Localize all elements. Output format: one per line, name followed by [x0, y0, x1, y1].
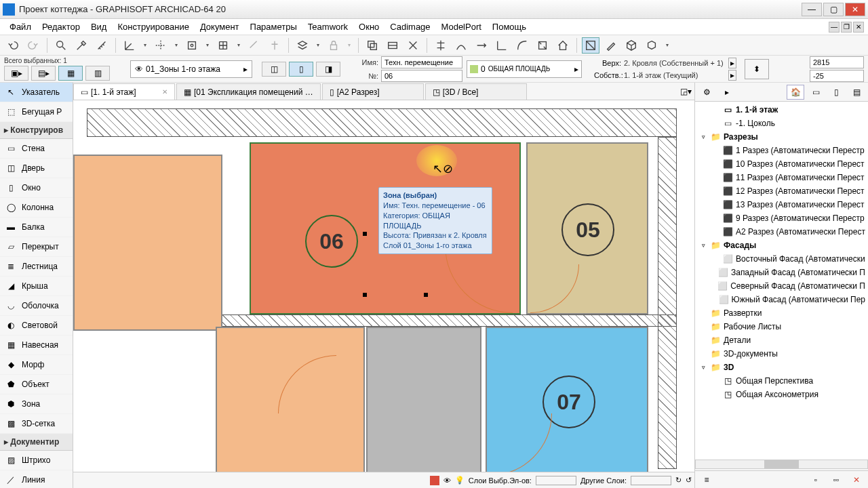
menu-file[interactable]: Файл	[4, 20, 37, 33]
sel-filter-button[interactable]: ▦	[58, 66, 83, 81]
menu-document[interactable]: Документ	[195, 20, 245, 33]
nav-dropdown-button[interactable]: ▸	[718, 85, 736, 100]
menu-help[interactable]: Помощь	[487, 20, 532, 33]
coord-y-input[interactable]	[810, 70, 864, 82]
split-button[interactable]	[452, 37, 470, 54]
tool-curtain[interactable]: ▦Навесная	[0, 336, 73, 355]
nav-new-button[interactable]: ▫	[807, 472, 825, 488]
intersect-button[interactable]	[493, 37, 511, 54]
coord-x-input[interactable]	[810, 56, 864, 68]
trim-button[interactable]	[432, 37, 450, 54]
tab-floor1[interactable]: ▭[1. 1-й этаж]✕	[73, 83, 175, 100]
revert-icon[interactable]: ↺	[686, 476, 692, 485]
mdi-minimize-button[interactable]: —	[829, 22, 840, 33]
nav-settings-button[interactable]: ⚙	[698, 85, 715, 100]
tab-section[interactable]: ▯[А2 Разрез]	[322, 83, 424, 100]
menu-window[interactable]: Окно	[353, 20, 384, 33]
tool-mesh[interactable]: ▩3D-сетка	[0, 414, 73, 434]
tree-item[interactable]: ⬜Западный Фасад (Автоматически П	[695, 266, 868, 279]
category-dropdown[interactable]: 0 ОБЩАЯ ПЛОЩАДЬ ▸	[467, 60, 582, 78]
tool-line[interactable]: ／Линия	[0, 470, 73, 488]
tool-fill[interactable]: ▨Штрихо	[0, 451, 73, 470]
tree-item[interactable]: ⬜Южный Фасад (Автоматически Пер	[695, 293, 868, 306]
edit-selection-button[interactable]	[602, 37, 620, 54]
suspend-button[interactable]	[404, 37, 422, 54]
tab-close-button[interactable]: ✕	[162, 88, 167, 96]
nav-del-button[interactable]: ✕	[848, 472, 865, 488]
redo-button[interactable]	[24, 37, 42, 54]
tree-h-scrollbar[interactable]	[695, 460, 868, 469]
menu-options[interactable]: Параметры	[245, 20, 302, 33]
tool-shell[interactable]: ◡Оболочка	[0, 296, 73, 316]
menu-edit[interactable]: Редактор	[37, 20, 85, 33]
tree-item[interactable]: ▭-1. Цоколь	[695, 117, 868, 130]
tool-object[interactable]: ⬟Объект	[0, 375, 73, 394]
tree-item[interactable]: ⬛10 Разрез (Автоматически Перест	[695, 157, 868, 171]
pick-button[interactable]	[73, 37, 90, 54]
tool-window[interactable]: ▯Окно	[0, 178, 73, 198]
nav-prop-button[interactable]: ≡	[698, 472, 715, 488]
tree-item[interactable]: 📁Рабочие Листы	[695, 320, 868, 333]
tree-item[interactable]: ⬛1 Разрез (Автоматически Перестр	[695, 144, 868, 157]
tool-skylight[interactable]: ◐Световой	[0, 316, 73, 336]
tree-item[interactable]: ◳Общая Перспектива	[695, 374, 868, 388]
snap-button[interactable]	[183, 37, 201, 54]
tool-column[interactable]: ◯Колонна	[0, 198, 73, 218]
close-quick-icon[interactable]	[430, 476, 439, 485]
tree-item[interactable]: ⬛12 Разрез (Автоматически Перест	[695, 184, 868, 198]
layer-dropdown[interactable]: 👁 01_Зоны 1-го этажа ▸	[130, 60, 252, 78]
floor-link-icon[interactable]: ⬍	[745, 59, 769, 79]
tool-arrow[interactable]: ↖Указатель	[0, 83, 73, 102]
find-select-button[interactable]	[52, 37, 70, 54]
tree-item[interactable]: ▿📁Фасады	[695, 239, 868, 252]
minimize-button[interactable]: —	[802, 3, 822, 16]
tab-3d[interactable]: ◳[3D / Все]	[425, 83, 527, 100]
trace-button[interactable]	[363, 37, 381, 54]
tree-item[interactable]: ⬛11 Разрез (Автоматически Перест	[695, 171, 868, 184]
floor-own-picker[interactable]: ▸	[728, 70, 736, 81]
geometry-method-1[interactable]: ◫	[262, 62, 286, 77]
show-3d-button[interactable]	[643, 37, 660, 54]
tree-item[interactable]: 📁3D-документы	[695, 347, 868, 361]
expand-icon[interactable]: ▿	[699, 242, 707, 249]
home-button[interactable]	[554, 37, 572, 54]
undo-button[interactable]	[4, 37, 22, 54]
grid-button[interactable]	[214, 37, 232, 54]
expand-icon[interactable]: ▿	[699, 134, 707, 140]
nav-dup-button[interactable]: ▫▫	[827, 472, 845, 488]
tool-stair[interactable]: ≣Лестница	[0, 257, 73, 277]
tree-item[interactable]: ⬜Восточный Фасад (Автоматически	[695, 252, 868, 266]
menu-teamwork[interactable]: Teamwork	[302, 20, 353, 33]
tree-item[interactable]: ◳Общая Аксонометрия	[695, 388, 868, 401]
bulb-icon[interactable]: 💡	[455, 476, 465, 485]
coord-mode-button[interactable]	[121, 37, 138, 54]
tool-morph[interactable]: ◆Морф	[0, 355, 73, 375]
align-button[interactable]	[266, 37, 283, 54]
sel-preset-button[interactable]: ▥	[85, 66, 110, 81]
nav-tab-views[interactable]: ▭	[807, 85, 825, 100]
tree-item[interactable]: 📁Развертки	[695, 306, 868, 320]
sel-layers-swatch[interactable]	[536, 476, 576, 485]
floor-up-picker[interactable]: ▸	[728, 58, 736, 68]
tool-door[interactable]: ◫Дверь	[0, 159, 73, 178]
tree-item[interactable]: ⬛9 Разрез (Автоматически Перестр	[695, 211, 868, 225]
tool-zone[interactable]: ⬢Зона	[0, 394, 73, 414]
renovation-button[interactable]	[582, 37, 599, 54]
partial-display-button[interactable]	[384, 37, 401, 54]
tool-beam[interactable]: ▬Балка	[0, 218, 73, 237]
menu-design[interactable]: Конструирование	[112, 20, 194, 33]
mdi-restore-button[interactable]: ❐	[841, 22, 852, 33]
nav-tab-project[interactable]: 🏠	[787, 85, 804, 100]
nav-tab-publisher[interactable]: ▤	[848, 85, 865, 100]
tool-slab[interactable]: ▱Перекрыт	[0, 237, 73, 257]
plan-canvas[interactable]: 06 05 07	[73, 100, 694, 488]
fillet-button[interactable]	[513, 37, 531, 54]
maximize-button[interactable]: ▢	[823, 3, 844, 16]
tree-item[interactable]: ▭1. 1-й этаж	[695, 103, 868, 117]
navigator-tree[interactable]: ▭1. 1-й этаж▭-1. Цоколь▿📁Разрезы⬛1 Разре…	[695, 102, 868, 461]
resize-button[interactable]	[534, 37, 551, 54]
tree-item[interactable]: ⬛13 Разрез (Автоматически Перест	[695, 198, 868, 211]
tree-item[interactable]: 📁Детали	[695, 333, 868, 347]
zone-no-input[interactable]	[381, 70, 462, 82]
nav-tab-layouts[interactable]: ▯	[827, 85, 845, 100]
